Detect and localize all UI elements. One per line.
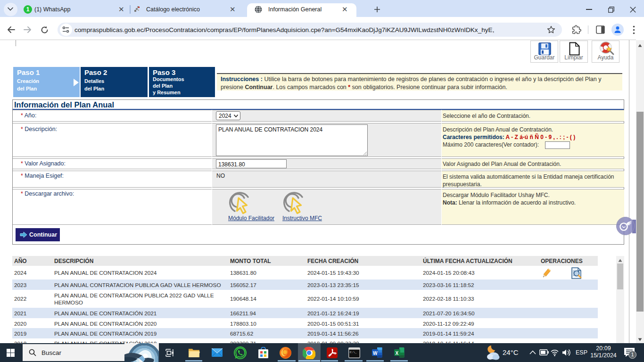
svg-text:C:\_: C:\_ [350, 351, 357, 354]
svg-text:X: X [396, 351, 399, 356]
svg-text:W: W [373, 351, 378, 356]
